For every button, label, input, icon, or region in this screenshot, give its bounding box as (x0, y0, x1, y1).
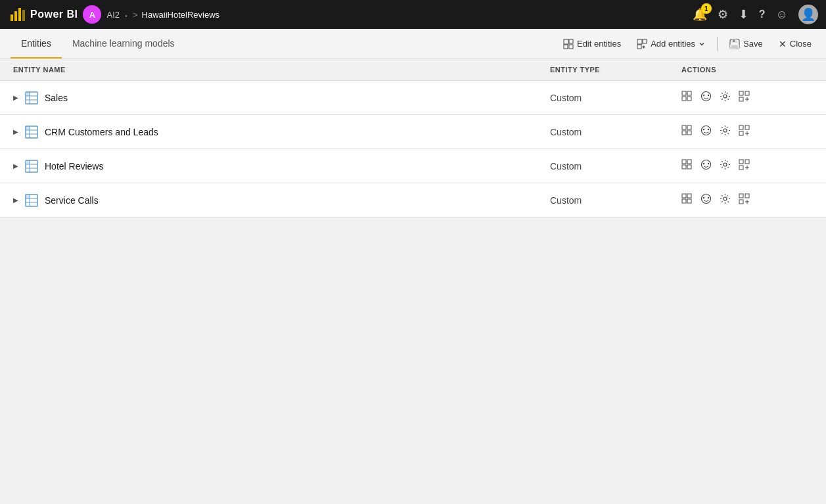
edit-query-icon[interactable] (681, 193, 693, 207)
settings-entity-icon[interactable] (720, 159, 731, 173)
breadcrumb: AI2 ⬩ > HawaiiHotelReviews (106, 10, 219, 20)
expand-arrow-icon[interactable]: ▶ (13, 128, 18, 135)
nav-short: AI2 (106, 10, 120, 20)
svg-point-28 (703, 95, 704, 96)
topbar: Power BI A AI2 ⬩ > HawaiiHotelReviews 🔔 … (0, 0, 826, 29)
svg-point-81 (702, 195, 711, 204)
ai-icon[interactable] (700, 159, 712, 173)
settings-entity-icon[interactable] (720, 91, 731, 104)
svg-point-65 (708, 163, 709, 164)
col-entity-name: ENTITY NAME (13, 66, 550, 74)
user-avatar-circle[interactable]: A (83, 5, 101, 24)
table-body: ▶ SalesCustom▶ CRM Customers and LeadsCu… (0, 81, 826, 218)
svg-rect-86 (745, 194, 749, 198)
breadcrumb-diamond: ⬩ (124, 10, 129, 20)
download-button[interactable]: ⬇ (739, 7, 748, 22)
notification-button[interactable]: 🔔 1 (693, 7, 707, 22)
expand-arrow-icon[interactable]: ▶ (13, 94, 18, 101)
svg-rect-6 (564, 45, 568, 49)
svg-rect-42 (682, 131, 686, 135)
svg-rect-26 (687, 97, 691, 101)
edit-entities-button[interactable]: Edit entities (557, 35, 628, 53)
ai-icon[interactable] (700, 193, 712, 207)
ai-icon[interactable] (700, 91, 712, 104)
expand-arrow-icon[interactable]: ▶ (13, 162, 18, 170)
expand-arrow-icon[interactable]: ▶ (13, 196, 18, 204)
more-options-icon[interactable] (739, 125, 750, 139)
svg-rect-62 (687, 165, 691, 169)
entity-table-icon (25, 194, 38, 207)
feedback-button[interactable]: ☺ (776, 8, 788, 22)
edit-query-icon[interactable] (681, 125, 693, 139)
svg-point-46 (703, 129, 704, 130)
settings-button[interactable]: ⚙ (718, 7, 728, 22)
table-row: ▶ Hotel ReviewsCustom (0, 149, 826, 183)
subheader-actions: Edit entities Add entities (557, 35, 826, 53)
svg-rect-60 (682, 165, 686, 169)
entity-type-cell: Custom (550, 127, 681, 137)
svg-rect-7 (569, 45, 573, 49)
add-icon (637, 39, 647, 49)
entity-table-icon (25, 126, 38, 139)
tab-ml-models[interactable]: Machine learning models (62, 29, 185, 58)
svg-point-47 (708, 129, 709, 130)
svg-rect-40 (26, 126, 30, 130)
entity-table-icon (25, 160, 38, 173)
svg-rect-51 (739, 131, 743, 135)
table-row: ▶ SalesCustom (0, 81, 826, 115)
entity-name-text: Hotel Reviews (45, 161, 103, 172)
edit-query-icon[interactable] (681, 91, 693, 104)
svg-rect-9 (643, 39, 647, 43)
svg-rect-44 (687, 131, 691, 135)
ai-icon[interactable] (700, 125, 712, 139)
svg-rect-85 (739, 194, 743, 198)
user-profile-avatar[interactable]: 👤 (798, 5, 818, 24)
topbar-right: 🔔 1 ⚙ ⬇ ? ☺ 👤 (693, 5, 818, 24)
entity-name-text: Sales (45, 93, 68, 103)
subheader: Entities Machine learning models Edit en… (0, 29, 826, 59)
svg-rect-77 (682, 194, 686, 198)
save-icon (729, 39, 740, 49)
more-options-icon[interactable] (739, 193, 750, 207)
table-row: ▶ CRM Customers and LeadsCustom (0, 115, 826, 149)
svg-rect-61 (687, 160, 691, 164)
entity-actions-cell (681, 125, 813, 139)
help-button[interactable]: ? (759, 9, 766, 20)
svg-rect-59 (682, 160, 686, 164)
svg-rect-68 (745, 160, 749, 164)
tab-entities[interactable]: Entities (11, 29, 62, 58)
entity-actions-cell (681, 159, 813, 173)
svg-rect-8 (637, 39, 642, 44)
tab-bar: Entities Machine learning models (0, 29, 185, 58)
edit-query-icon[interactable] (681, 159, 693, 173)
svg-rect-4 (564, 39, 568, 44)
add-entities-button[interactable]: Add entities (630, 35, 712, 53)
help-icon: ? (759, 9, 766, 20)
svg-rect-80 (687, 199, 691, 203)
entity-type-cell: Custom (550, 161, 681, 172)
svg-rect-22 (26, 92, 30, 96)
svg-rect-76 (26, 195, 30, 198)
emoji-icon: ☺ (776, 8, 788, 22)
table-header: ENTITY NAME ENTITY TYPE ACTIONS (0, 59, 826, 81)
close-button[interactable]: ✕ Close (772, 35, 818, 53)
settings-entity-icon[interactable] (720, 125, 731, 139)
save-button[interactable]: Save (723, 35, 769, 53)
more-options-icon[interactable] (739, 159, 750, 173)
vertical-divider (717, 37, 718, 51)
svg-point-29 (708, 95, 709, 96)
svg-point-48 (723, 129, 727, 132)
more-options-icon[interactable] (739, 91, 750, 104)
settings-entity-icon[interactable] (720, 193, 731, 207)
svg-point-64 (703, 163, 704, 164)
svg-rect-31 (739, 91, 743, 95)
svg-rect-24 (682, 97, 686, 101)
svg-point-83 (708, 197, 709, 198)
settings-icon: ⚙ (718, 7, 728, 22)
svg-rect-87 (739, 200, 743, 204)
svg-rect-79 (687, 194, 691, 198)
svg-point-45 (702, 126, 711, 135)
svg-point-63 (702, 160, 711, 170)
svg-rect-78 (682, 199, 686, 203)
entity-name-cell: ▶ CRM Customers and Leads (13, 126, 550, 139)
